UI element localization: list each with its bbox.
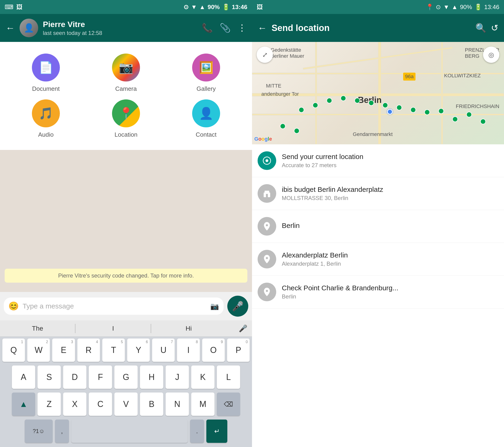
key-s[interactable]: S bbox=[37, 365, 61, 389]
key-y[interactable]: Y6 bbox=[127, 339, 150, 362]
key-k[interactable]: K bbox=[191, 365, 215, 389]
suggestion-the[interactable]: The bbox=[0, 323, 75, 335]
svg-point-7 bbox=[266, 290, 268, 292]
key-u[interactable]: U7 bbox=[152, 339, 175, 362]
location-item-berlin[interactable]: Berlin bbox=[252, 210, 504, 243]
key-t[interactable]: T5 bbox=[102, 339, 125, 362]
marker-4 bbox=[341, 95, 346, 101]
key-b[interactable]: B bbox=[140, 393, 163, 416]
space-key[interactable] bbox=[71, 420, 188, 443]
avatar-image: 👤 bbox=[19, 19, 38, 37]
emoji-icon[interactable]: 😊 bbox=[8, 301, 19, 311]
keyboard-row-2: A S D F G H J K L bbox=[0, 364, 252, 391]
map-label-gendarmenmarkt: Gendarmenmarkt bbox=[353, 131, 393, 137]
status-right-right: 📍 ⊙ ▼ ▲ 90% 🔋 13:46 bbox=[426, 3, 499, 11]
sym-key[interactable]: ?1☺ bbox=[25, 420, 53, 443]
map-container[interactable]: GedenkstätteBerliner Mauer PRENZLAUERBER… bbox=[252, 42, 504, 144]
contact-status: last seen today at 12:58 bbox=[43, 30, 197, 36]
key-num-3: 3 bbox=[71, 340, 73, 344]
camera-input-icon[interactable]: 📷 bbox=[210, 302, 219, 310]
suggestion-i[interactable]: I bbox=[75, 323, 150, 335]
key-g[interactable]: G bbox=[114, 365, 138, 389]
gallery-circle: 🖼️ bbox=[192, 53, 220, 82]
key-o[interactable]: O9 bbox=[202, 339, 225, 362]
key-n[interactable]: N bbox=[166, 393, 189, 416]
key-r[interactable]: R4 bbox=[77, 339, 100, 362]
attach-location[interactable]: 📍 Location bbox=[90, 99, 162, 138]
google-e: e bbox=[269, 136, 272, 142]
key-z[interactable]: Z bbox=[37, 393, 61, 416]
key-num-6: 6 bbox=[146, 340, 148, 344]
marker-2 bbox=[313, 103, 318, 108]
app-bar-actions: 📞 📎 ⋮ bbox=[202, 23, 246, 33]
back-button-right[interactable]: ← bbox=[258, 23, 267, 33]
map-label-96a: 96a bbox=[403, 73, 415, 81]
refresh-icon[interactable]: ↺ bbox=[491, 23, 498, 33]
time-right: 13:46 bbox=[484, 3, 499, 11]
attach-document[interactable]: 📄 Document bbox=[9, 53, 82, 92]
key-f[interactable]: F bbox=[89, 365, 112, 389]
location-label: Location bbox=[115, 131, 137, 138]
mic-button[interactable]: 🎤 bbox=[227, 296, 248, 317]
audio-label: Audio bbox=[38, 131, 54, 138]
back-button-left[interactable]: ← bbox=[6, 23, 15, 33]
key-x[interactable]: X bbox=[63, 393, 86, 416]
search-icon-right[interactable]: 🔍 bbox=[475, 23, 486, 33]
key-p[interactable]: P0 bbox=[227, 339, 250, 362]
delete-key[interactable]: ⌫ bbox=[217, 393, 240, 416]
my-location-button[interactable]: ◎ bbox=[483, 47, 499, 63]
keyboard-row-numbers: Q1 W2 E3 R4 T5 Y6 U7 I8 O9 P0 bbox=[0, 337, 252, 364]
phone-icon[interactable]: 📞 bbox=[202, 23, 213, 33]
key-e[interactable]: E3 bbox=[52, 339, 75, 362]
attach-gallery[interactable]: 🖼️ Gallery bbox=[170, 53, 243, 92]
ibis-location-name: ibis budget Berlin Alexanderplatz bbox=[282, 186, 498, 193]
ibis-location-info: ibis budget Berlin Alexanderplatz MOLLST… bbox=[282, 186, 498, 201]
key-m[interactable]: M bbox=[191, 393, 215, 416]
period-key[interactable]: . bbox=[190, 420, 204, 443]
contact-name[interactable]: Pierre Vitre bbox=[43, 20, 197, 29]
key-num-7: 7 bbox=[171, 340, 173, 344]
marker-9 bbox=[410, 107, 416, 113]
attach-contact[interactable]: 👤 Contact bbox=[170, 99, 243, 138]
expand-map-button[interactable]: ⤢ bbox=[257, 47, 273, 63]
attach-icon[interactable]: 📎 bbox=[220, 23, 231, 33]
message-input-wrap[interactable]: 😊 Type a message 📷 bbox=[4, 297, 224, 315]
place-icon-alex bbox=[263, 255, 271, 264]
key-j[interactable]: J bbox=[166, 365, 189, 389]
location-item-ibis[interactable]: ibis budget Berlin Alexanderplatz MOLLST… bbox=[252, 177, 504, 210]
key-c[interactable]: C bbox=[89, 393, 112, 416]
chat-area: Pierre Vitre's security code changed. Ta… bbox=[0, 150, 252, 292]
key-v[interactable]: V bbox=[114, 393, 138, 416]
alexanderplatz-location-info: Alexanderplatz Berlin Alexanderplatz 1, … bbox=[282, 251, 498, 267]
shift-key[interactable]: ▲ bbox=[12, 393, 35, 416]
key-w[interactable]: W2 bbox=[27, 339, 50, 362]
app-bar-left: ← 👤 Pierre Vitre last seen today at 12:5… bbox=[0, 14, 252, 42]
keyboard-icon: ⌨ bbox=[5, 3, 14, 11]
sync-icon-right: ⊙ bbox=[436, 3, 441, 11]
key-q[interactable]: Q1 bbox=[2, 339, 25, 362]
comma-key[interactable]: , bbox=[55, 420, 69, 443]
key-num-5: 5 bbox=[121, 340, 123, 344]
location-item-current[interactable]: Send your current location Accurate to 2… bbox=[252, 144, 504, 177]
attach-camera[interactable]: 📷 Camera bbox=[90, 53, 162, 92]
more-icon[interactable]: ⋮ bbox=[237, 23, 246, 33]
key-i[interactable]: I8 bbox=[177, 339, 199, 362]
enter-key[interactable]: ↵ bbox=[206, 420, 227, 443]
avatar[interactable]: 👤 bbox=[19, 19, 38, 37]
key-h[interactable]: H bbox=[140, 365, 163, 389]
battery-text-left: 90% bbox=[208, 3, 220, 11]
location-item-alexanderplatz[interactable]: Alexanderplatz Berlin Alexanderplatz 1, … bbox=[252, 243, 504, 276]
suggestion-hi[interactable]: Hi bbox=[151, 323, 226, 335]
attach-audio[interactable]: 🎵 Audio bbox=[9, 99, 82, 138]
berlin-location-info: Berlin bbox=[282, 222, 498, 231]
place-icon-wrap-checkpoint bbox=[258, 283, 276, 301]
key-d[interactable]: D bbox=[63, 365, 86, 389]
key-l[interactable]: L bbox=[217, 365, 240, 389]
google-g: G bbox=[254, 136, 258, 142]
image-icon: 🖼 bbox=[16, 3, 22, 11]
key-num-0: 0 bbox=[246, 340, 248, 344]
location-item-checkpoint[interactable]: Check Point Charlie & Brandenburg... Ber… bbox=[252, 276, 504, 309]
marker-15 bbox=[280, 123, 286, 129]
keyboard-mic-icon[interactable]: 🎤 bbox=[239, 324, 247, 332]
key-a[interactable]: A bbox=[12, 365, 35, 389]
